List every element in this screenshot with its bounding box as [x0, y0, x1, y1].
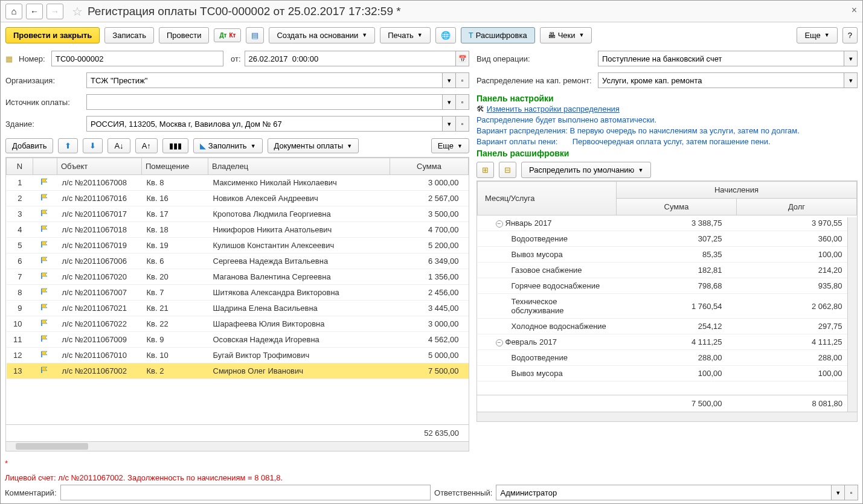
- table-row[interactable]: 7л/с №2011067020Кв. 20Маганова Валентина…: [7, 269, 469, 285]
- col-n[interactable]: N: [7, 158, 33, 175]
- move-up-icon[interactable]: ⬆: [58, 138, 78, 153]
- detail-row[interactable]: Вывоз мусора100,00100,00: [478, 366, 857, 381]
- rcol-charges[interactable]: Начисления: [617, 182, 857, 199]
- paysource-label: Источник оплаты:: [5, 98, 83, 107]
- forward-button[interactable]: →: [47, 4, 63, 19]
- post-and-close-button[interactable]: Провести и закрыть: [5, 27, 100, 43]
- decode-button[interactable]: T Расшифровка: [461, 27, 535, 43]
- from-label: от:: [231, 54, 241, 63]
- flag-icon: [33, 222, 57, 238]
- table-row[interactable]: 2л/с №2011067016Кв. 16Новиков Алексей Ан…: [7, 191, 469, 206]
- org-open-icon[interactable]: ▫: [456, 72, 469, 88]
- sort-asc-icon[interactable]: A↓: [107, 138, 130, 153]
- flag-icon: [33, 206, 57, 222]
- checks-button[interactable]: 🖶 Чеки▼: [540, 27, 592, 43]
- dtkt-icon[interactable]: ДтКт: [214, 28, 241, 42]
- collapse-icon[interactable]: −: [496, 220, 503, 228]
- table-row[interactable]: 8л/с №2011067007Кв. 7Шитякова Александра…: [7, 285, 469, 301]
- collapse-all-icon[interactable]: ⊟: [499, 162, 516, 178]
- detail-row[interactable]: Водоотведение307,25360,00: [478, 231, 857, 247]
- building-input[interactable]: [86, 116, 443, 132]
- flag-icon: [33, 238, 57, 254]
- distribute-default-button[interactable]: Распределить по умолчанию▼: [521, 162, 651, 178]
- table-row[interactable]: 11л/с №2011067009Кв. 9Осовская Надежда И…: [7, 332, 469, 348]
- table-row[interactable]: 9л/с №2011067021Кв. 21Шадрина Елена Васи…: [7, 301, 469, 316]
- var1-value: В первую очередь по начислениям за услуг…: [569, 126, 799, 135]
- table-row[interactable]: 10л/с №2011067022Кв. 22Шарафеева Юлия Ви…: [7, 316, 469, 332]
- paysource-dropdown-icon[interactable]: ▾: [443, 94, 456, 110]
- detail-row[interactable]: −Январь 20173 388,753 970,55: [478, 215, 857, 231]
- resp-open-icon[interactable]: ▫: [845, 485, 858, 500]
- comment-input[interactable]: [60, 485, 431, 500]
- globe-icon[interactable]: 🌐: [435, 27, 456, 43]
- table-row[interactable]: 1л/с №2011067008Кв. 8Максименко Николай …: [7, 175, 469, 191]
- table-row[interactable]: 12л/с №2011067010Кв. 10Бугай Виктор Троф…: [7, 348, 469, 363]
- building-dropdown-icon[interactable]: ▾: [443, 116, 456, 132]
- accounts-table[interactable]: N Объект Помещение Владелец Сумма 1л/с №…: [5, 157, 469, 451]
- h-scrollbar[interactable]: [6, 441, 469, 451]
- resp-dropdown-icon[interactable]: ▾: [832, 485, 845, 500]
- change-settings-link[interactable]: Изменить настройки распределения: [487, 104, 620, 113]
- col-owner[interactable]: Владелец: [208, 158, 390, 175]
- kap-dropdown-icon[interactable]: ▾: [844, 72, 858, 88]
- fill-button[interactable]: ◣ Заполнить▼: [193, 138, 263, 153]
- optype-input[interactable]: [598, 51, 844, 66]
- more-button[interactable]: Еще▼: [797, 27, 837, 43]
- move-down-icon[interactable]: ⬇: [83, 138, 103, 153]
- number-input[interactable]: [51, 51, 223, 66]
- home-button[interactable]: ⌂: [5, 4, 22, 19]
- v-scrollbar[interactable]: [847, 217, 857, 412]
- detail-row[interactable]: Горячее водоснабжение798,68935,80: [478, 278, 857, 294]
- resp-input[interactable]: [496, 485, 832, 500]
- save-button[interactable]: Записать: [104, 27, 154, 43]
- building-open-icon[interactable]: ▫: [456, 116, 469, 132]
- detail-row[interactable]: Водоотведение288,00288,00: [478, 350, 857, 366]
- close-icon[interactable]: ×: [852, 5, 857, 16]
- h-scrollbar-right[interactable]: [477, 412, 857, 421]
- favorite-icon[interactable]: ☆: [72, 4, 83, 19]
- expand-all-icon[interactable]: ⊞: [476, 162, 494, 178]
- date-input[interactable]: [245, 51, 456, 66]
- sort-desc-icon[interactable]: A↑: [135, 138, 158, 153]
- table-row[interactable]: 6л/с №2011067006Кв. 6Сергеева Надежда Ви…: [7, 254, 469, 269]
- table-row[interactable]: 4л/с №2011067018Кв. 18Никифоров Никита А…: [7, 222, 469, 238]
- kap-input[interactable]: [598, 72, 844, 88]
- org-dropdown-icon[interactable]: ▾: [443, 72, 456, 88]
- detail-row[interactable]: Вывоз мусора85,35100,00: [478, 247, 857, 263]
- var2-value: Первоочередная оплата услуг, затем погаш…: [573, 137, 771, 146]
- detail-row[interactable]: Техническое обслуживание1 760,542 062,80: [478, 294, 857, 319]
- barcode-icon[interactable]: ▮▮▮: [162, 138, 188, 153]
- paydocs-button[interactable]: Документы оплаты▼: [268, 138, 359, 153]
- col-room[interactable]: Помещение: [142, 158, 208, 175]
- rcol-month[interactable]: Месяц/Услуга: [478, 182, 617, 215]
- paysource-open-icon[interactable]: ▫: [456, 94, 469, 110]
- collapse-icon[interactable]: −: [496, 339, 503, 346]
- org-input[interactable]: [86, 72, 443, 88]
- required-asterisk: *: [5, 459, 8, 468]
- table-total: 52 635,00: [6, 424, 469, 441]
- add-row-button[interactable]: Добавить: [5, 138, 53, 153]
- paysource-input[interactable]: [86, 94, 443, 110]
- table-row[interactable]: 3л/с №2011067017Кв. 17Кропотова Людмила …: [7, 206, 469, 222]
- resp-label: Ответственный:: [434, 488, 492, 497]
- calendar-icon[interactable]: 📅: [456, 51, 469, 66]
- table-more-button[interactable]: Еще▼: [431, 138, 469, 153]
- optype-dropdown-icon[interactable]: ▾: [844, 51, 858, 66]
- detail-row[interactable]: Газовое снабжение182,81214,20: [478, 263, 857, 278]
- back-button[interactable]: ←: [26, 4, 43, 19]
- rcol-sum[interactable]: Сумма: [617, 199, 737, 215]
- col-sum[interactable]: Сумма: [390, 158, 469, 175]
- create-based-button[interactable]: Создать на основании▼: [269, 27, 375, 43]
- detail-row[interactable]: Холодное водоснабжение254,12297,75: [478, 319, 857, 334]
- col-object[interactable]: Объект: [57, 158, 142, 175]
- details-table[interactable]: Месяц/Услуга Начисления Сумма Долг −Янва…: [476, 180, 858, 422]
- col-flag[interactable]: [33, 158, 57, 175]
- table-row[interactable]: 5л/с №2011067019Кв. 19Кулишов Константин…: [7, 238, 469, 254]
- table-row[interactable]: 13л/с №2011067002Кв. 2Смирнов Олег Ивано…: [7, 363, 469, 379]
- rcol-debt[interactable]: Долг: [737, 199, 857, 215]
- print-button[interactable]: Печать▼: [380, 27, 431, 43]
- detail-row[interactable]: −Февраль 20174 111,254 111,25: [478, 334, 857, 350]
- document-icon[interactable]: ▤: [246, 27, 264, 43]
- post-button[interactable]: Провести: [159, 27, 210, 43]
- help-button[interactable]: ?: [842, 27, 858, 43]
